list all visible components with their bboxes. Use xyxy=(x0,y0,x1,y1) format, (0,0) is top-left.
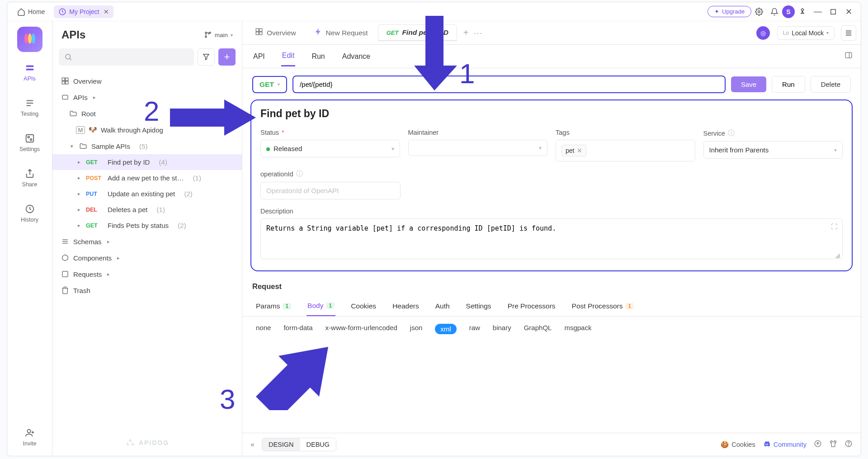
tab-menu-button[interactable]: ⋯ xyxy=(473,28,482,38)
footer-cookies[interactable]: 🍪Cookies xyxy=(721,441,755,449)
tab-overview[interactable]: Overview xyxy=(247,24,304,42)
service-select[interactable]: Inherit from Parents▾ xyxy=(703,141,843,159)
env-indicator[interactable]: ◎ xyxy=(756,26,770,40)
rail-testing[interactable]: Testing xyxy=(7,92,52,123)
tree-endpoint[interactable]: ▸GETFinds Pets by status (2) xyxy=(52,218,242,233)
reqtab-body[interactable]: Body1 xyxy=(307,296,335,316)
operationid-label: operationId xyxy=(260,170,293,178)
search-input[interactable] xyxy=(59,48,194,66)
reqtab-post[interactable]: Post Processors1 xyxy=(571,296,635,316)
filter-button[interactable] xyxy=(198,48,215,66)
tag-chip[interactable]: pet✕ xyxy=(561,145,586,156)
tags-input[interactable]: pet✕ xyxy=(556,140,695,161)
bodytype-msgpack[interactable]: msgpack xyxy=(564,324,591,334)
upgrade-button[interactable]: ✦ Upgrade xyxy=(708,6,751,17)
subtab-run[interactable]: Run xyxy=(311,47,326,66)
chevron-right-icon: ▸ xyxy=(105,271,112,277)
rail-invite[interactable]: Invite xyxy=(7,421,52,456)
panel-menu-button[interactable] xyxy=(841,25,856,41)
endpoint-method: PUT xyxy=(86,191,104,197)
reqtab-auth[interactable]: Auth xyxy=(434,296,451,316)
footer-community[interactable]: Community xyxy=(763,440,807,450)
url-input[interactable] xyxy=(292,76,726,93)
help-icon[interactable]: ⓘ xyxy=(728,129,735,137)
mode-design[interactable]: DESIGN xyxy=(262,438,300,451)
window-close-icon[interactable]: ✕ xyxy=(841,4,856,19)
remove-tag-icon[interactable]: ✕ xyxy=(577,147,582,154)
project-tab[interactable]: My Project ✕ xyxy=(54,5,113,18)
close-icon[interactable]: ✕ xyxy=(104,8,109,15)
save-button[interactable]: Save xyxy=(731,76,766,92)
bodytype-url[interactable]: x-www-form-urlencoded xyxy=(326,324,397,334)
avatar[interactable]: S xyxy=(782,5,795,18)
upload-icon[interactable] xyxy=(814,440,822,450)
rail-history[interactable]: History xyxy=(7,198,52,228)
tree-walkthrough[interactable]: M🐶Walk through Apidog xyxy=(52,122,242,138)
tree-endpoint[interactable]: ▸POSTAdd a new pet to the st… (1) xyxy=(52,170,242,186)
subtab-api[interactable]: API xyxy=(252,47,266,66)
status-select[interactable]: Released▾ xyxy=(260,140,400,157)
tab-active-api[interactable]: GETFind pet by ID xyxy=(378,24,457,41)
help-icon[interactable]: ⓘ xyxy=(296,170,303,178)
pin-icon[interactable] xyxy=(795,4,810,19)
bodytype-xml[interactable]: xml xyxy=(435,324,456,334)
tree-root-folder[interactable]: Root xyxy=(52,105,242,122)
expand-icon[interactable]: ⛶ xyxy=(831,223,837,230)
discord-icon xyxy=(763,440,771,450)
endpoint-count: (2) xyxy=(184,190,192,198)
tree-sample-folder[interactable]: ▾Sample APIs (5) xyxy=(52,138,242,154)
new-tab-button[interactable]: + xyxy=(463,28,469,38)
subtab-advanced[interactable]: Advance xyxy=(341,47,371,66)
branch-selector[interactable]: main ▾ xyxy=(204,31,233,39)
rail-settings[interactable]: Settings xyxy=(7,127,52,158)
reqtab-pre[interactable]: Pre Processors xyxy=(507,296,557,316)
bodytype-binary[interactable]: binary xyxy=(493,324,511,334)
endpoint-name: Add a new pet to the st… xyxy=(108,174,184,182)
tree-apis-root[interactable]: APIs▸ xyxy=(52,89,242,105)
reqtab-cookies[interactable]: Cookies xyxy=(350,296,377,316)
bodytype-form[interactable]: form-data xyxy=(283,324,312,334)
operationid-input[interactable] xyxy=(260,182,401,199)
run-button[interactable]: Run xyxy=(772,76,805,93)
tree-components[interactable]: Components▸ xyxy=(52,250,242,266)
app-logo[interactable] xyxy=(17,27,42,52)
tree-endpoint[interactable]: ▸DELDeletes a pet (1) xyxy=(52,202,242,218)
collapse-icon[interactable]: « xyxy=(250,440,255,449)
description-input[interactable] xyxy=(260,218,843,259)
env-selector[interactable]: LoLocal Mock▾ xyxy=(777,26,835,40)
tab-new-request[interactable]: New Request xyxy=(306,24,376,42)
bodytype-json[interactable]: json xyxy=(410,324,423,334)
tree-schemas[interactable]: Schemas▸ xyxy=(52,233,242,250)
shirt-icon[interactable] xyxy=(829,440,837,450)
gear-icon[interactable] xyxy=(751,4,767,19)
rail-share[interactable]: Share xyxy=(7,162,52,193)
tree-endpoint[interactable]: ▸GETFind pet by ID (4) xyxy=(52,154,242,170)
method-selector[interactable]: GET▾ xyxy=(252,76,287,93)
reqtab-settings[interactable]: Settings xyxy=(465,296,492,316)
reqtab-headers[interactable]: Headers xyxy=(392,296,420,316)
mode-debug[interactable]: DEBUG xyxy=(300,438,336,451)
tree-endpoint[interactable]: ▸PUTUpdate an existing pet (2) xyxy=(52,186,242,202)
subtab-edit[interactable]: Edit xyxy=(281,46,296,66)
help-icon[interactable] xyxy=(844,440,853,450)
tree-requests[interactable]: Requests▸ xyxy=(52,266,242,282)
bodytype-none[interactable]: none xyxy=(256,324,271,334)
chevron-right-icon: ▸ xyxy=(76,207,82,213)
project-label: My Project xyxy=(69,8,99,15)
bodytype-graphql[interactable]: GraphQL xyxy=(524,324,552,334)
endpoint-count: (2) xyxy=(178,222,186,229)
maximize-icon[interactable] xyxy=(826,4,841,19)
side-panel-toggle[interactable] xyxy=(844,51,853,62)
add-button[interactable]: + xyxy=(218,48,236,66)
bodytype-raw[interactable]: raw xyxy=(469,324,480,334)
minimize-icon[interactable]: — xyxy=(810,4,826,19)
reqtab-params[interactable]: Params1 xyxy=(255,296,292,316)
maintainer-select[interactable]: ▾ xyxy=(408,140,548,156)
tree-trash[interactable]: Trash xyxy=(52,282,242,298)
history-icon xyxy=(24,203,36,215)
bell-icon[interactable] xyxy=(767,4,782,19)
delete-button[interactable]: Delete xyxy=(811,76,851,93)
tree-overview[interactable]: Overview xyxy=(52,73,242,89)
home-tab[interactable]: Home xyxy=(12,5,50,19)
rail-apis[interactable]: APIs xyxy=(7,57,52,87)
